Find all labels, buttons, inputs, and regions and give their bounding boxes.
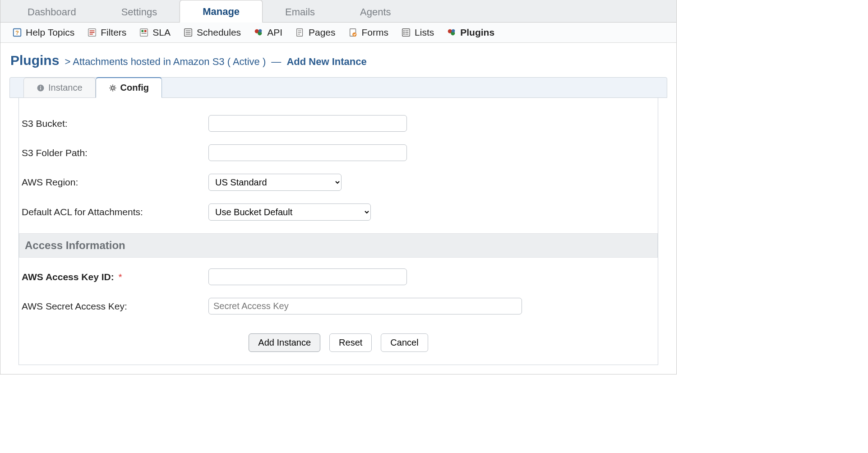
subnav-forms[interactable]: Forms — [348, 27, 389, 38]
lists-icon — [401, 28, 411, 37]
form-actions: Add Instance Reset Cancel — [19, 321, 658, 352]
input-s3-folder[interactable] — [208, 144, 407, 161]
section-access-information: Access Information — [19, 233, 658, 258]
svg-line-41 — [110, 85, 111, 86]
pages-icon — [295, 28, 305, 37]
label-access-key-id: AWS Access Key ID: * — [19, 272, 208, 282]
svg-rect-8 — [144, 30, 147, 32]
tab-dashboard[interactable]: Dashboard — [5, 1, 99, 23]
svg-rect-9 — [142, 33, 147, 34]
row-s3-bucket: S3 Bucket: — [19, 109, 658, 138]
breadcrumb: Plugins > Attachments hosted in Amazon S… — [0, 43, 676, 74]
svg-point-28 — [403, 33, 405, 35]
subnav-label: API — [267, 27, 282, 38]
label-access-key-id-text: AWS Access Key ID: — [22, 272, 114, 282]
svg-rect-5 — [90, 34, 93, 35]
tab-settings[interactable]: Settings — [99, 1, 180, 23]
tab-config[interactable]: Config — [96, 77, 162, 98]
subnav-sla[interactable]: SLA — [139, 27, 171, 38]
tab-config-label: Config — [120, 83, 149, 93]
tab-manage[interactable]: Manage — [180, 0, 263, 23]
select-default-acl[interactable]: Use Bucket Default — [208, 203, 371, 221]
breadcrumb-current: Add New Intance — [286, 56, 366, 67]
subnav-label: Help Topics — [26, 27, 74, 38]
svg-point-16 — [259, 29, 262, 32]
subnav-label: Plugins — [460, 27, 494, 38]
svg-text:?: ? — [15, 29, 19, 36]
subnav-label: Lists — [415, 27, 434, 38]
row-default-acl: Default ACL for Attachments: Use Bucket … — [19, 197, 658, 227]
content-tab-area: Instance Config S3 Bucket: S3 Folder Pat… — [9, 77, 667, 365]
admin-panel: Dashboard Settings Manage Emails Agents … — [0, 0, 677, 374]
row-aws-region: AWS Region: US Standard — [19, 167, 658, 197]
svg-point-26 — [403, 32, 405, 33]
svg-line-44 — [114, 85, 115, 86]
subnav-schedules[interactable]: Schedules — [183, 27, 241, 38]
input-access-key-id[interactable] — [208, 268, 407, 285]
forms-icon — [348, 28, 358, 37]
api-icon — [254, 28, 263, 37]
config-form: S3 Bucket: S3 Folder Path: AWS Region: U… — [18, 98, 658, 365]
content-tabs: Instance Config — [9, 77, 667, 98]
label-secret-access-key: AWS Secret Access Key: — [19, 301, 208, 312]
svg-rect-6 — [140, 29, 148, 37]
subnav-label: Pages — [309, 27, 336, 38]
svg-point-36 — [111, 87, 114, 89]
subnav-label: Filters — [101, 27, 126, 38]
gear-icon — [109, 84, 117, 92]
row-s3-folder: S3 Folder Path: — [19, 138, 658, 167]
row-access-key-id: AWS Access Key ID: * — [19, 262, 658, 291]
input-secret-access-key[interactable] — [208, 298, 522, 314]
label-s3-bucket: S3 Bucket: — [19, 118, 208, 129]
subnav-api[interactable]: API — [254, 27, 282, 38]
breadcrumb-dash: — — [271, 56, 281, 67]
schedules-icon — [183, 28, 193, 37]
svg-line-43 — [110, 89, 111, 90]
tab-instance[interactable]: Instance — [23, 78, 96, 98]
sla-icon — [139, 28, 149, 37]
input-s3-bucket[interactable] — [208, 115, 407, 132]
subnav-label: SLA — [152, 27, 171, 38]
reset-button[interactable]: Reset — [329, 333, 372, 352]
row-secret-access-key: AWS Secret Access Key: — [19, 291, 658, 321]
svg-line-42 — [114, 89, 115, 90]
help-topics-icon: ? — [12, 28, 22, 37]
filters-icon — [87, 28, 97, 37]
svg-point-35 — [40, 86, 41, 87]
subnav-filters[interactable]: Filters — [87, 27, 126, 38]
subnav-label: Schedules — [197, 27, 241, 38]
label-s3-folder: S3 Folder Path: — [19, 148, 208, 158]
svg-rect-3 — [90, 30, 95, 31]
sub-nav: ? Help Topics Filters SLA Schedules — [0, 23, 676, 43]
svg-rect-7 — [142, 30, 144, 32]
tab-agents[interactable]: Agents — [337, 1, 414, 23]
breadcrumb-plugin-link[interactable]: Attachments hosted in Amazon S3 ( Active… — [73, 56, 266, 67]
info-icon — [37, 84, 45, 92]
tab-instance-label: Instance — [48, 83, 83, 93]
svg-point-32 — [452, 29, 455, 32]
top-nav: Dashboard Settings Manage Emails Agents — [0, 0, 676, 23]
subnav-lists[interactable]: Lists — [401, 27, 434, 38]
label-default-acl: Default ACL for Attachments: — [19, 207, 208, 217]
add-instance-button[interactable]: Add Instance — [249, 333, 320, 352]
select-aws-region[interactable]: US Standard — [208, 174, 342, 191]
plugins-icon — [447, 28, 457, 37]
svg-rect-34 — [40, 87, 41, 89]
tab-emails[interactable]: Emails — [263, 1, 337, 23]
breadcrumb-separator: > — [65, 56, 70, 67]
subnav-plugins[interactable]: Plugins — [447, 27, 494, 38]
cancel-button[interactable]: Cancel — [381, 333, 428, 352]
svg-point-24 — [403, 30, 405, 32]
label-aws-region: AWS Region: — [19, 177, 208, 188]
breadcrumb-root[interactable]: Plugins — [10, 53, 59, 68]
required-marker: * — [118, 272, 122, 282]
subnav-label: Forms — [362, 27, 389, 38]
subnav-pages[interactable]: Pages — [295, 27, 336, 38]
subnav-help-topics[interactable]: ? Help Topics — [12, 27, 74, 38]
svg-rect-4 — [90, 32, 95, 33]
